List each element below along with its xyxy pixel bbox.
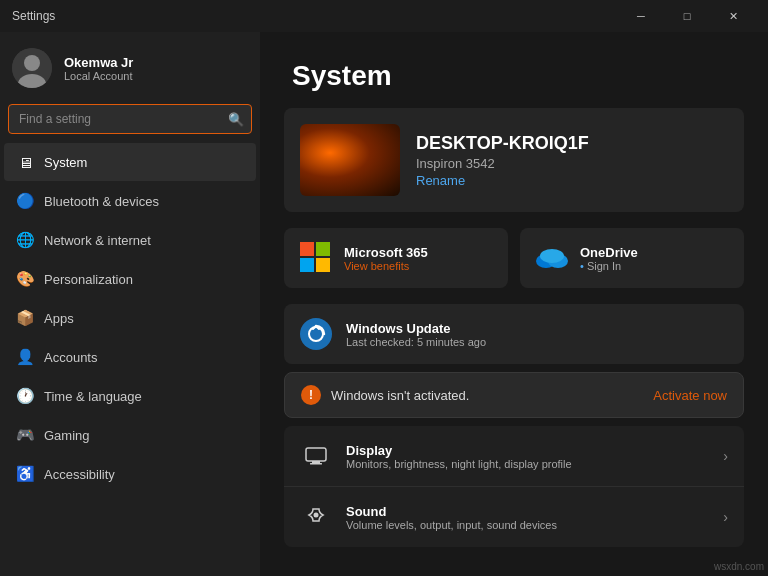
onedrive-title: OneDrive [580,245,638,260]
pc-image-inner [300,124,400,196]
windows-update-subtitle: Last checked: 5 minutes ago [346,336,486,348]
microsoft365-icon [300,242,332,274]
rename-link[interactable]: Rename [416,173,589,188]
settings-item-display[interactable]: Display Monitors, brightness, night ligh… [284,426,744,487]
bluetooth-nav-icon: 🔵 [16,192,34,210]
accounts-nav-icon: 👤 [16,348,34,366]
activation-message: Windows isn't activated. [331,388,643,403]
quick-links: Microsoft 365 View benefits OneDrive Sig… [284,228,744,288]
display-title: Display [346,443,709,458]
sidebar-item-bluetooth[interactable]: 🔵 Bluetooth & devices [4,182,256,220]
watermark: wsxdn.com [714,561,764,572]
ms365-subtitle: View benefits [344,260,428,272]
sidebar-item-label: Time & language [44,389,142,404]
system-nav-icon: 🖥 [16,153,34,171]
gaming-nav-icon: 🎮 [16,426,34,444]
activation-action[interactable]: Activate now [653,388,727,403]
avatar [12,48,52,88]
close-button[interactable]: ✕ [710,0,756,32]
sidebar-item-label: Accessibility [44,467,115,482]
sidebar-item-time[interactable]: 🕐 Time & language [4,377,256,415]
svg-rect-5 [300,258,314,272]
sidebar-item-gaming[interactable]: 🎮 Gaming [4,416,256,454]
windows-update-info: Windows Update Last checked: 5 minutes a… [346,321,486,348]
pc-image [300,124,400,196]
sidebar-item-label: Accounts [44,350,97,365]
svg-rect-13 [310,463,322,465]
svg-rect-11 [306,448,326,461]
sidebar: Okemwa Jr Local Account 🔍 🖥 System 🔵 Blu… [0,32,260,576]
sidebar-item-label: Gaming [44,428,90,443]
svg-point-14 [314,513,319,518]
svg-rect-12 [312,461,320,463]
sound-subtitle: Volume levels, output, input, sound devi… [346,519,709,531]
sidebar-item-personalization[interactable]: 🎨 Personalization [4,260,256,298]
search-container: 🔍 [8,104,252,134]
windows-update-card[interactable]: Windows Update Last checked: 5 minutes a… [284,304,744,364]
search-input[interactable] [8,104,252,134]
maximize-button[interactable]: □ [664,0,710,32]
onedrive-info: OneDrive Sign In [580,245,638,272]
sound-info: Sound Volume levels, output, input, soun… [346,504,709,531]
svg-point-1 [24,55,40,71]
svg-point-10 [309,327,323,341]
display-info: Display Monitors, brightness, night ligh… [346,443,709,470]
settings-item-sound[interactable]: Sound Volume levels, output, input, soun… [284,487,744,547]
svg-rect-6 [316,258,330,272]
display-chevron-icon: › [723,448,728,464]
activation-bar: ! Windows isn't activated. Activate now [284,372,744,418]
content-header: System [260,32,768,108]
ms365-title: Microsoft 365 [344,245,428,260]
ms365-info: Microsoft 365 View benefits [344,245,428,272]
sidebar-item-label: System [44,155,87,170]
nav-list: 🖥 System 🔵 Bluetooth & devices 🌐 Network… [0,142,260,494]
sidebar-item-accounts[interactable]: 👤 Accounts [4,338,256,376]
sidebar-item-system[interactable]: 🖥 System [4,143,256,181]
svg-rect-3 [300,242,314,256]
svg-point-9 [540,249,564,263]
user-name: Okemwa Jr [64,55,133,70]
user-info: Okemwa Jr Local Account [64,55,133,82]
pc-name: DESKTOP-KROIQ1F [416,133,589,154]
sidebar-item-label: Apps [44,311,74,326]
sidebar-item-network[interactable]: 🌐 Network & internet [4,221,256,259]
sidebar-item-label: Personalization [44,272,133,287]
sound-title: Sound [346,504,709,519]
svg-rect-4 [316,242,330,256]
personalization-nav-icon: 🎨 [16,270,34,288]
display-icon [300,440,332,472]
windows-update-icon [300,318,332,350]
page-title: System [292,60,736,92]
pc-info-card[interactable]: DESKTOP-KROIQ1F Inspiron 3542 Rename [284,108,744,212]
settings-list: Display Monitors, brightness, night ligh… [260,426,768,547]
user-account-type: Local Account [64,70,133,82]
sound-icon [300,501,332,533]
search-icon: 🔍 [228,112,244,127]
activation-warning-icon: ! [301,385,321,405]
window-controls: ─ □ ✕ [618,0,756,32]
pc-model: Inspiron 3542 [416,156,589,171]
time-nav-icon: 🕐 [16,387,34,405]
network-nav-icon: 🌐 [16,231,34,249]
minimize-button[interactable]: ─ [618,0,664,32]
sidebar-item-label: Bluetooth & devices [44,194,159,209]
microsoft365-card[interactable]: Microsoft 365 View benefits [284,228,508,288]
pc-details: DESKTOP-KROIQ1F Inspiron 3542 Rename [416,133,589,188]
apps-nav-icon: 📦 [16,309,34,327]
sidebar-item-accessibility[interactable]: ♿ Accessibility [4,455,256,493]
sidebar-item-apps[interactable]: 📦 Apps [4,299,256,337]
titlebar: Settings ─ □ ✕ [0,0,768,32]
sidebar-item-label: Network & internet [44,233,151,248]
main-layout: Okemwa Jr Local Account 🔍 🖥 System 🔵 Blu… [0,32,768,576]
display-subtitle: Monitors, brightness, night light, displ… [346,458,709,470]
onedrive-icon [536,244,568,272]
app-title: Settings [12,9,55,23]
onedrive-card[interactable]: OneDrive Sign In [520,228,744,288]
user-profile[interactable]: Okemwa Jr Local Account [0,32,260,104]
content-area: System DESKTOP-KROIQ1F Inspiron 3542 Ren… [260,32,768,576]
sound-chevron-icon: › [723,509,728,525]
onedrive-subtitle: Sign In [580,260,638,272]
accessibility-nav-icon: ♿ [16,465,34,483]
windows-update-title: Windows Update [346,321,486,336]
